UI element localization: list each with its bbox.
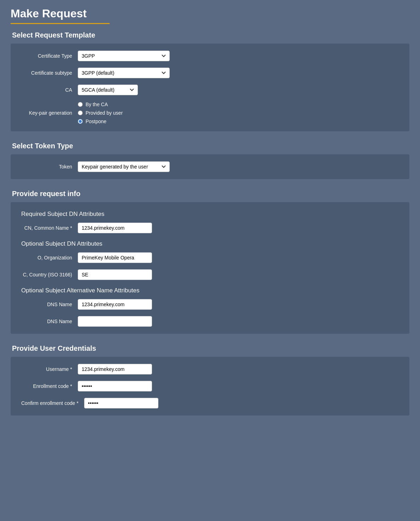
keypair-label: Key-pair generation xyxy=(21,110,78,116)
template-section: Select Request Template Certificate Type… xyxy=(11,31,409,131)
country-row: C, Country (ISO 3166) xyxy=(21,269,399,280)
keypair-postpone-label: Postpone xyxy=(86,119,106,124)
username-row: Username * xyxy=(21,364,399,374)
keypair-postpone-option[interactable]: Postpone xyxy=(78,119,123,124)
template-section-box: Certificate Type 3GPP Certificate subtyp… xyxy=(11,44,409,131)
optional-san-label: Optional Subject Alternative Name Attrib… xyxy=(21,287,399,294)
certificate-type-label: Certificate Type xyxy=(21,53,78,59)
template-section-title: Select Request Template xyxy=(11,31,409,39)
keypair-provided-by-user-option[interactable]: Provided by user xyxy=(78,110,123,116)
username-input[interactable] xyxy=(78,364,152,374)
confirm-enrollment-label: Confirm enrollment code * xyxy=(21,400,84,406)
keypair-by-ca-option[interactable]: By the CA xyxy=(78,102,123,107)
certificate-subtype-label: Certificate subtype xyxy=(21,70,78,76)
credentials-section-box: Username * Enrollment code * Confirm enr… xyxy=(11,357,409,416)
certificate-subtype-row: Certificate subtype 3GPP (default) xyxy=(21,68,399,78)
token-row: Token Keypair generated by the user xyxy=(21,161,399,172)
dns1-row: DNS Name xyxy=(21,299,399,310)
optional-san-group: Optional Subject Alternative Name Attrib… xyxy=(21,287,399,327)
keypair-by-ca-radio[interactable] xyxy=(78,102,83,107)
token-section-title: Select Token Type xyxy=(11,142,409,150)
keypair-radio-group: By the CA Provided by user Postpone xyxy=(78,102,123,124)
keypair-by-ca-label: By the CA xyxy=(86,102,108,107)
cn-input[interactable] xyxy=(78,223,152,233)
keypair-provided-by-user-radio[interactable] xyxy=(78,110,83,115)
page-container: Make Request Select Request Template Cer… xyxy=(0,0,420,433)
country-label: C, Country (ISO 3166) xyxy=(21,272,78,277)
country-input[interactable] xyxy=(78,269,152,280)
keypair-row: Key-pair generation By the CA Provided b… xyxy=(21,102,399,124)
request-info-section-box: Required Subject DN Attributes CN, Commo… xyxy=(11,202,409,334)
ca-row: CA 5GCA (default) xyxy=(21,85,399,95)
confirm-enrollment-row: Confirm enrollment code * xyxy=(21,398,399,408)
dns1-label: DNS Name xyxy=(21,302,78,307)
cn-label: CN, Common Name * xyxy=(21,225,78,231)
cn-row: CN, Common Name * xyxy=(21,223,399,233)
page-title: Make Request xyxy=(11,7,409,20)
required-subject-label: Required Subject DN Attributes xyxy=(21,211,399,218)
request-info-section: Provide request info Required Subject DN… xyxy=(11,190,409,334)
token-label: Token xyxy=(21,164,78,170)
certificate-subtype-select[interactable]: 3GPP (default) xyxy=(78,68,170,78)
ca-label: CA xyxy=(21,87,78,93)
keypair-provided-by-user-label: Provided by user xyxy=(86,110,123,116)
optional-subject-group: Optional Subject DN Attributes O, Organi… xyxy=(21,240,399,280)
org-row: O, Organization xyxy=(21,252,399,263)
token-section: Select Token Type Token Keypair generate… xyxy=(11,142,409,179)
credentials-section: Provide User Credentials Username * Enro… xyxy=(11,344,409,416)
required-subject-group: Required Subject DN Attributes CN, Commo… xyxy=(21,211,399,233)
title-divider xyxy=(11,23,110,24)
confirm-enrollment-input[interactable] xyxy=(84,398,158,408)
keypair-postpone-radio[interactable] xyxy=(78,119,83,124)
enrollment-input[interactable] xyxy=(78,381,152,391)
certificate-type-row: Certificate Type 3GPP xyxy=(21,51,399,61)
dns2-row: DNS Name xyxy=(21,316,399,327)
token-section-box: Token Keypair generated by the user xyxy=(11,154,409,179)
token-select[interactable]: Keypair generated by the user xyxy=(78,161,170,172)
optional-subject-label: Optional Subject DN Attributes xyxy=(21,240,399,247)
credentials-section-title: Provide User Credentials xyxy=(11,344,409,353)
org-label: O, Organization xyxy=(21,255,78,260)
dns1-input[interactable] xyxy=(78,299,152,310)
request-info-section-title: Provide request info xyxy=(11,190,409,198)
ca-select[interactable]: 5GCA (default) xyxy=(78,85,138,95)
dns2-input[interactable] xyxy=(78,316,152,327)
username-label: Username * xyxy=(21,366,78,372)
enrollment-label: Enrollment code * xyxy=(21,383,78,389)
enrollment-row: Enrollment code * xyxy=(21,381,399,391)
dns2-label: DNS Name xyxy=(21,319,78,324)
org-input[interactable] xyxy=(78,252,152,263)
certificate-type-select[interactable]: 3GPP xyxy=(78,51,170,61)
